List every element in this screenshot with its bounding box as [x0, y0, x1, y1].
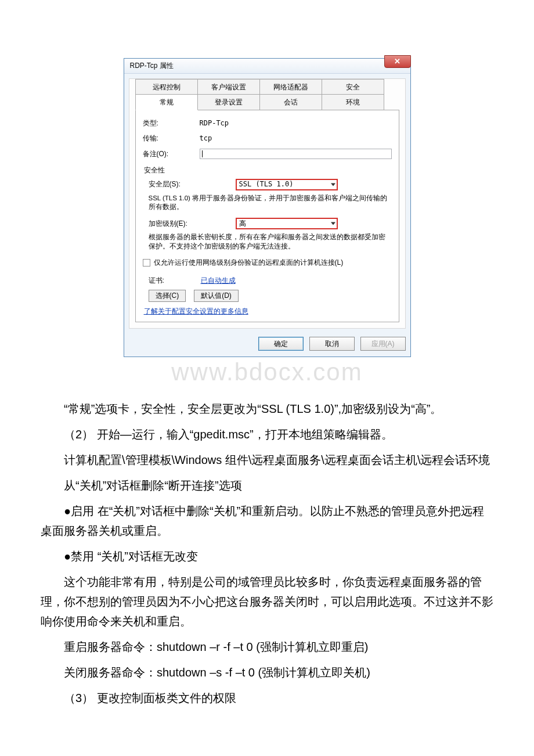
- close-icon: ✕: [394, 55, 400, 68]
- chevron-down-icon: [331, 222, 335, 225]
- paragraph: （2） 开始—运行，输入“gpedit.msc”，打开本地组策略编辑器。: [41, 424, 493, 444]
- paragraph: ●禁用 “关机”对话框无改变: [41, 546, 493, 566]
- tab-logon-settings[interactable]: 登录设置: [197, 94, 260, 110]
- security-layer-value: SSL (TLS 1.0): [239, 178, 294, 190]
- close-button[interactable]: ✕: [384, 55, 411, 68]
- security-layer-label: 安全层(S):: [149, 178, 236, 190]
- nla-checkbox-label: 仅允许运行使用网络级别身份验证的远程桌面的计算机连接(L): [154, 257, 344, 268]
- transport-value: tcp: [200, 132, 212, 144]
- certificate-label: 证书:: [149, 275, 201, 286]
- chevron-down-icon: [331, 183, 335, 186]
- dialog-titlebar: RDP-Tcp 属性 ✕: [124, 59, 410, 74]
- paragraph: 重启服务器命令：shutdown –r -f –t 0 (强制计算机立即重启): [41, 637, 493, 657]
- security-layer-combo[interactable]: SSL (TLS 1.0): [236, 179, 338, 190]
- tab-strip: 远程控制 客户端设置 网络适配器 安全 常规 登录设置 会话 环境 类型: RD…: [135, 79, 399, 322]
- comment-label: 备注(O):: [143, 148, 200, 160]
- select-certificate-button[interactable]: 选择(C): [149, 290, 186, 302]
- default-button[interactable]: 默认值(D): [194, 290, 239, 302]
- paragraph: ●启用 在“关机”对话框中删除“关机”和重新启动。以防止不熟悉的管理员意外把远程…: [41, 501, 493, 541]
- paragraph: 这个功能非常有用，特别是公司的域管理员比较多时，你负责远程桌面服务器的管理，你不…: [41, 572, 493, 631]
- apply-button[interactable]: 应用(A): [360, 337, 406, 351]
- security-heading: 安全性: [144, 164, 392, 176]
- encryption-level-label: 加密级别(E):: [149, 218, 236, 229]
- ok-button[interactable]: 确定: [258, 337, 304, 351]
- comment-input[interactable]: [200, 149, 392, 159]
- paragraph: 关闭服务器命令：shutdown –s -f –t 0 (强制计算机立即关机): [41, 663, 493, 682]
- text-cursor-icon: [202, 150, 203, 157]
- paragraph: （3） 更改控制面板类文件的权限: [41, 688, 493, 708]
- tab-environment[interactable]: 环境: [322, 94, 384, 110]
- encryption-level-value: 高: [239, 218, 246, 229]
- tab-remote-control[interactable]: 远程控制: [135, 79, 198, 94]
- type-value: RDP-Tcp: [200, 117, 229, 129]
- encryption-level-help: 根据服务器的最长密钥长度，所有在客户端和服务器之间发送的数据都受加密保护。不支持…: [149, 233, 392, 251]
- tab-network-adapter[interactable]: 网络适配器: [259, 79, 322, 94]
- type-label: 类型:: [143, 117, 200, 129]
- document-text: “常规”选项卡，安全性，安全层更改为“SSL (TLS 1.0)”,加密级别设为…: [41, 399, 493, 708]
- cancel-button[interactable]: 取消: [309, 337, 355, 351]
- paragraph: 计算机配置\管理模板\Windows 组件\远程桌面服务\远程桌面会话主机\远程…: [41, 450, 493, 470]
- learn-more-link[interactable]: 了解关于配置安全设置的更多信息: [144, 307, 248, 315]
- watermark-text: www.bdocx.com: [41, 351, 493, 393]
- paragraph: 从“关机”对话框删除“断开连接”选项: [41, 476, 493, 495]
- tab-content-general: 类型: RDP-Tcp 传输: tcp 备注(O): 安全性 安全层(S):: [135, 110, 399, 323]
- security-layer-help: SSL (TLS 1.0) 将用于服务器身份验证，并用于加密服务器和客户端之间传…: [149, 194, 392, 212]
- tab-security[interactable]: 安全: [322, 79, 384, 94]
- paragraph: “常规”选项卡，安全性，安全层更改为“SSL (TLS 1.0)”,加密级别设为…: [41, 399, 493, 419]
- transport-label: 传输:: [143, 132, 200, 144]
- tab-general[interactable]: 常规: [135, 94, 198, 110]
- nla-checkbox[interactable]: [143, 259, 150, 267]
- dialog-body: 远程控制 客户端设置 网络适配器 安全 常规 登录设置 会话 环境 类型: RD…: [129, 78, 406, 329]
- rdp-properties-dialog: RDP-Tcp 属性 ✕ 远程控制 客户端设置 网络适配器 安全 常规 登录设置…: [124, 58, 411, 357]
- encryption-level-combo[interactable]: 高: [236, 218, 338, 229]
- dialog-title: RDP-Tcp 属性: [130, 60, 174, 71]
- dialog-footer: 确定 取消 应用(A): [124, 333, 410, 357]
- certificate-link[interactable]: 已自动生成: [201, 275, 236, 286]
- tab-client-settings[interactable]: 客户端设置: [197, 79, 260, 94]
- tab-sessions[interactable]: 会话: [259, 94, 322, 110]
